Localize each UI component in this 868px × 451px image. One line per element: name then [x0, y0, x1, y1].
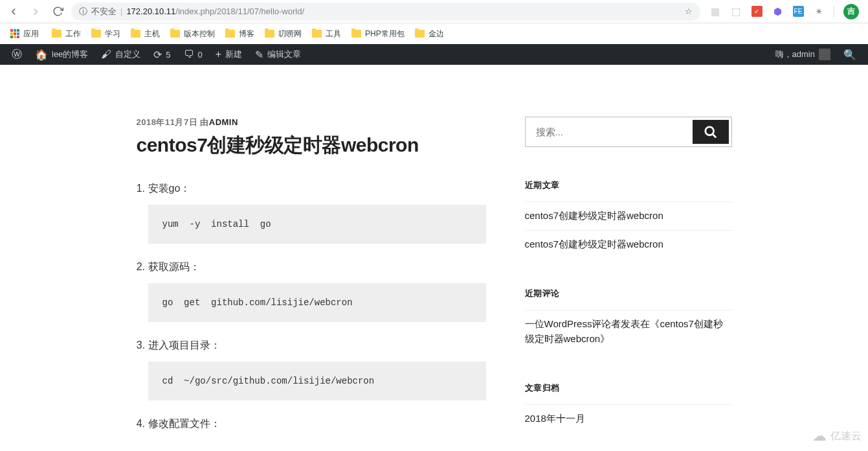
folder-icon	[131, 30, 140, 38]
svg-line-1	[712, 133, 716, 137]
watermark: ☁ 亿速云	[812, 428, 862, 445]
search-widget	[525, 117, 732, 147]
apps-button[interactable]: 应用	[5, 26, 44, 42]
back-button[interactable]	[5, 3, 22, 20]
recent-comments-title: 近期评论	[525, 288, 732, 299]
recent-post-link[interactable]: centos7创建秒级定时器webcron	[525, 230, 732, 259]
comment-icon: 🗨	[184, 49, 194, 60]
search-input[interactable]	[526, 117, 690, 146]
user-avatar-icon	[819, 49, 830, 60]
folder-icon	[351, 30, 361, 38]
search-button[interactable]	[693, 120, 729, 144]
post-title: centos7创建秒级定时器webcron	[137, 132, 486, 159]
new-link[interactable]: +新建	[209, 44, 249, 65]
step-item: 进入项目目录：cd ~/go/src/github.com/lisijie/we…	[148, 339, 486, 400]
insecure-label: 不安全	[91, 6, 117, 17]
step-item: 安装go：yum -y install go	[148, 182, 486, 244]
info-icon: ⓘ	[79, 6, 87, 17]
bookmark-folder[interactable]: 学习	[86, 26, 126, 42]
recent-posts-widget: 近期文章 centos7创建秒级定时器webcroncentos7创建秒级定时器…	[525, 179, 732, 258]
recent-comments-widget: 近期评论 一位WordPress评论者发表在《centos7创建秒级定时器web…	[525, 288, 732, 353]
bookmark-label: 主机	[144, 29, 160, 40]
bookmark-label: PHP常用包	[365, 29, 405, 40]
forward-button[interactable]	[27, 3, 44, 20]
step-label: 进入项目目录：	[148, 339, 486, 353]
reload-button[interactable]	[49, 3, 66, 20]
recent-comment-link[interactable]: 一位WordPress评论者发表在《centos7创建秒级定时器webcron》	[525, 310, 732, 353]
code-block: go get github.com/lisijie/webcron	[148, 283, 486, 322]
wp-admin-bar: ⓦ 🏠lee的博客 🖌自定义 ⟳5 🗨0 +新建 ✎编辑文章 嗨，admin 🔍	[0, 44, 868, 65]
edit-post-link[interactable]: ✎编辑文章	[249, 44, 307, 65]
recent-posts-title: 近期文章	[525, 179, 732, 191]
wp-logo[interactable]: ⓦ	[5, 44, 28, 65]
comments-link[interactable]: 🗨0	[177, 44, 209, 65]
bookmarks-bar: 应用 工作学习主机版本控制博客叨唠网工具PHP常用包金边	[0, 23, 868, 44]
main-content: 2018年11月7日 由ADMIN centos7创建秒级定时器webcron …	[137, 117, 486, 451]
bookmark-label: 博客	[239, 29, 254, 40]
sidebar: 近期文章 centos7创建秒级定时器webcroncentos7创建秒级定时器…	[525, 117, 732, 451]
bookmark-label: 学习	[105, 29, 120, 40]
brush-icon: 🖌	[101, 49, 111, 60]
profile-avatar[interactable]: 吉	[843, 4, 859, 19]
refresh-icon: ⟳	[153, 49, 162, 61]
ext-icon-5[interactable]: FE	[792, 6, 804, 17]
extension-icons: ▦ ⬚ ✓ ⬢ FE ✴ 吉	[706, 4, 863, 19]
bookmark-label: 叨唠网	[278, 29, 302, 40]
ext-icon-1[interactable]: ▦	[709, 6, 721, 17]
code-block: cd ~/go/src/github.com/lisijie/webcron	[148, 362, 486, 400]
bookmark-folder[interactable]: 版本控制	[165, 26, 220, 42]
search-toggle[interactable]: 🔍	[837, 44, 863, 65]
bookmark-folder[interactable]: 金边	[410, 26, 449, 42]
archives-widget: 文章归档 2018年十一月	[525, 382, 732, 433]
site-name-link[interactable]: 🏠lee的博客	[28, 44, 95, 65]
archives-title: 文章归档	[525, 382, 732, 394]
bookmark-folder[interactable]: 工具	[307, 26, 346, 42]
archive-link[interactable]: 2018年十一月	[525, 404, 732, 433]
bookmark-folder[interactable]: 工作	[47, 26, 86, 42]
post-meta: 2018年11月7日 由ADMIN	[137, 117, 486, 128]
magnifier-icon	[704, 125, 718, 139]
recent-post-link[interactable]: centos7创建秒级定时器webcron	[525, 202, 732, 230]
bookmark-label: 金边	[428, 29, 444, 40]
ext-icon-3[interactable]: ✓	[751, 6, 762, 17]
plus-icon: +	[216, 49, 221, 60]
bookmark-label: 版本控制	[184, 29, 215, 40]
dashboard-icon: 🏠	[35, 49, 48, 61]
code-block: yum -y install go	[148, 205, 486, 244]
step-label: 安装go：	[148, 182, 486, 196]
updates-link[interactable]: ⟳5	[147, 44, 177, 65]
bookmark-label: 工作	[65, 29, 81, 40]
step-item: 修改配置文件：	[148, 417, 486, 431]
ext-icon-6[interactable]: ✴	[813, 6, 825, 17]
ext-icon-2[interactable]: ⬚	[730, 6, 742, 17]
step-label: 修改配置文件：	[148, 417, 486, 431]
folder-icon	[415, 30, 425, 38]
bookmark-folder[interactable]: 博客	[220, 26, 260, 42]
ext-icon-4[interactable]: ⬢	[772, 6, 783, 17]
cloud-icon: ☁	[812, 428, 827, 445]
address-bar[interactable]: ⓘ 不安全 | 172.20.10.11/index.php/2018/11/0…	[71, 3, 700, 21]
star-icon[interactable]: ☆	[685, 6, 693, 16]
search-icon: 🔍	[843, 49, 856, 61]
wordpress-icon: ⓦ	[12, 48, 22, 62]
bookmark-folder[interactable]: 叨唠网	[260, 26, 307, 42]
bookmark-label: 工具	[326, 29, 341, 40]
folder-icon	[312, 30, 322, 38]
post-steps-list: 安装go：yum -y install go获取源码：go get github…	[137, 182, 486, 431]
howdy-user[interactable]: 嗨，admin	[769, 44, 837, 65]
bookmark-folder[interactable]: PHP常用包	[346, 26, 410, 42]
folder-icon	[52, 30, 61, 38]
step-label: 获取源码：	[148, 260, 486, 274]
bookmark-folder[interactable]: 主机	[126, 26, 165, 42]
pencil-icon: ✎	[255, 49, 263, 61]
folder-icon	[91, 30, 101, 38]
apps-label: 应用	[23, 29, 39, 40]
url-text: 172.20.10.11/index.php/2018/11/07/hello-…	[126, 6, 304, 16]
post-date[interactable]: 2018年11月7日	[137, 117, 198, 127]
folder-icon	[265, 30, 274, 38]
step-item: 获取源码：go get github.com/lisijie/webcron	[148, 260, 486, 322]
post-author[interactable]: ADMIN	[209, 117, 238, 127]
apps-icon	[10, 29, 19, 38]
folder-icon	[225, 30, 235, 38]
customize-link[interactable]: 🖌自定义	[95, 44, 147, 65]
